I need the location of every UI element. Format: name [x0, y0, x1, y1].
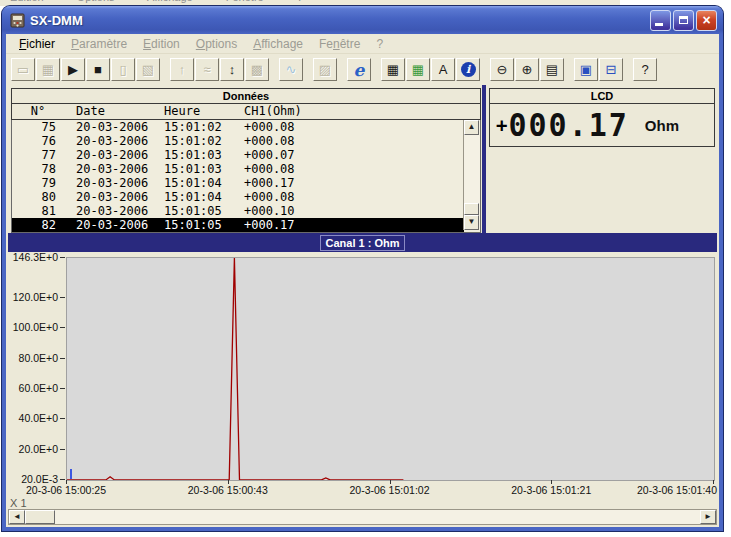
cell: 78 [12, 162, 64, 176]
y-axis-tick [60, 479, 65, 480]
chart-grid-button[interactable]: ▦ [406, 58, 430, 81]
pane-divider [482, 85, 486, 233]
x-axis-label: 20-3-06 15:01:21 [511, 484, 591, 496]
record-button[interactable]: ▯ [111, 58, 135, 81]
data-table: 7520-03-200615:01:02+000.087620-03-20061… [11, 120, 481, 233]
lcd-display: + 000.17 Ohm [489, 104, 715, 147]
cell: 20-03-2006 [64, 204, 164, 218]
titlebar[interactable]: SX-DMM × [2, 6, 723, 34]
menu-item-fenetre[interactable]: Fenêtre [311, 36, 368, 52]
table-row[interactable]: 8020-03-200615:01:04+000.08 [12, 190, 464, 204]
cell: 15:01:02 [164, 120, 244, 134]
grid-button[interactable]: ▩ [245, 58, 269, 81]
tile-windows-icon: ⊟ [606, 62, 617, 77]
toolbar: ▭▦▶■▯▧↑≈↕▩∿▨e▦▦Ai⊖⊕▤▣⊟? [6, 54, 719, 85]
snapshot-icon: ▨ [319, 62, 331, 77]
scroll-down-button[interactable]: ▼ [464, 215, 479, 230]
client-area: FichierParamètreEditionOptionsAffichageF… [6, 34, 719, 527]
chart-pane: Canal 1 : Ohm X 1 ◄ ► 146.3E+0120.0E+010… [6, 233, 719, 524]
table-icon: ▦ [387, 62, 399, 77]
cell: 20-03-2006 [64, 148, 164, 162]
smooth-button[interactable]: ≈ [195, 58, 219, 81]
y-axis-label: 20.0E+0 [6, 443, 58, 455]
cascade-windows-icon: ▣ [580, 62, 592, 77]
cascade-windows-button[interactable]: ▣ [574, 58, 598, 81]
preview-button[interactable]: ▤ [540, 58, 564, 81]
y-axis-label: 100.0E+0 [6, 321, 58, 333]
help-button[interactable]: ? [633, 58, 657, 81]
help-icon: ? [641, 62, 648, 77]
column-header-n: N° [12, 104, 64, 119]
snapshot-button[interactable]: ▨ [313, 58, 337, 81]
menu-item-affichage[interactable]: Affichage [245, 36, 311, 52]
table-row[interactable]: 7920-03-200615:01:04+000.17 [12, 176, 464, 190]
column-header-ch1: CH1(Ohm) [244, 104, 480, 119]
info-button[interactable]: i [456, 58, 480, 81]
tile-windows-button[interactable]: ⊟ [599, 58, 623, 81]
scroll-thumb[interactable] [464, 203, 479, 215]
record-icon: ▯ [119, 62, 126, 77]
save-button[interactable]: ▦ [36, 58, 60, 81]
menu-item-fichier[interactable]: Fichier [11, 36, 63, 52]
zoom-in-button[interactable]: ⊕ [515, 58, 539, 81]
up-icon: ↑ [179, 62, 186, 77]
chart-hscrollbar[interactable]: ◄ ► [8, 509, 717, 525]
lcd-panel: LCD + 000.17 Ohm [489, 88, 715, 147]
chart-title: Canal 1 : Ohm [320, 235, 406, 251]
stop-button[interactable]: ■ [86, 58, 110, 81]
save-icon: ▦ [42, 62, 54, 77]
menu-item-aide[interactable]: ? [368, 36, 391, 52]
internet-explorer-button[interactable]: e [347, 58, 371, 81]
maximize-button[interactable] [673, 10, 694, 31]
chart-title-bar: Canal 1 : Ohm [8, 233, 717, 252]
start-button[interactable]: ▶ [61, 58, 85, 81]
internet-explorer-icon: e [354, 60, 365, 80]
y-axis-label: 40.0E+0 [6, 412, 58, 424]
column-header-heure: Heure [164, 104, 244, 119]
cell: 15:01:03 [164, 148, 244, 162]
up-button[interactable]: ↑ [170, 58, 194, 81]
font-button[interactable]: A [431, 58, 455, 81]
chart-grid-icon: ▦ [412, 62, 424, 77]
cell: +000.17 [244, 218, 464, 232]
table-row[interactable]: 7620-03-200615:01:02+000.08 [12, 134, 464, 148]
cell: +000.08 [244, 162, 464, 176]
minimize-icon [655, 23, 663, 26]
chart-plot-area[interactable] [66, 257, 715, 481]
chart-cursor[interactable] [70, 469, 72, 479]
lcd-sign: + [496, 114, 507, 136]
menu-item-parametre[interactable]: Paramètre [63, 36, 135, 52]
table-row[interactable]: 7820-03-200615:01:03+000.08 [12, 162, 464, 176]
minimize-button[interactable] [650, 10, 671, 31]
export-button[interactable]: ▧ [136, 58, 160, 81]
table-row[interactable]: 7520-03-200615:01:02+000.08 [12, 120, 464, 134]
data-table-scrollbar[interactable]: ▲ ▼ [463, 120, 480, 230]
lcd-panel-title: LCD [489, 88, 715, 104]
autoscale-button[interactable]: ↕ [220, 58, 244, 81]
scroll-right-button[interactable]: ► [700, 510, 716, 524]
x-scale-label: X 1 [10, 497, 27, 509]
cell: 75 [12, 120, 64, 134]
y-axis-tick [60, 358, 65, 359]
table-row[interactable]: 7720-03-200615:01:03+000.07 [12, 148, 464, 162]
hscroll-thumb[interactable] [25, 510, 55, 524]
data-panel-title: Données [11, 88, 481, 104]
cell: +000.10 [244, 204, 464, 218]
menu-item-options[interactable]: Options [188, 36, 245, 52]
zoom-out-button[interactable]: ⊖ [490, 58, 514, 81]
table-button[interactable]: ▦ [381, 58, 405, 81]
scroll-up-button[interactable]: ▲ [464, 120, 479, 135]
upper-panes: Données N° Date Heure CH1(Ohm) 7520-03-2… [6, 85, 719, 233]
open-button[interactable]: ▭ [11, 58, 35, 81]
x-axis-label: 20-3-06 15:01:40 [637, 484, 717, 496]
app-icon [10, 13, 25, 28]
cell: +000.08 [244, 190, 464, 204]
table-row[interactable]: 8220-03-200615:01:05+000.17 [12, 218, 464, 232]
scroll-left-button[interactable]: ◄ [9, 510, 25, 524]
table-row[interactable]: 8120-03-200615:01:05+000.10 [12, 204, 464, 218]
window-title: SX-DMM [30, 13, 648, 28]
menu-item-edition[interactable]: Edition [135, 36, 188, 52]
lcd-value: 000.17 [508, 107, 628, 143]
close-button[interactable]: × [696, 10, 717, 31]
wave-button[interactable]: ∿ [279, 58, 303, 81]
